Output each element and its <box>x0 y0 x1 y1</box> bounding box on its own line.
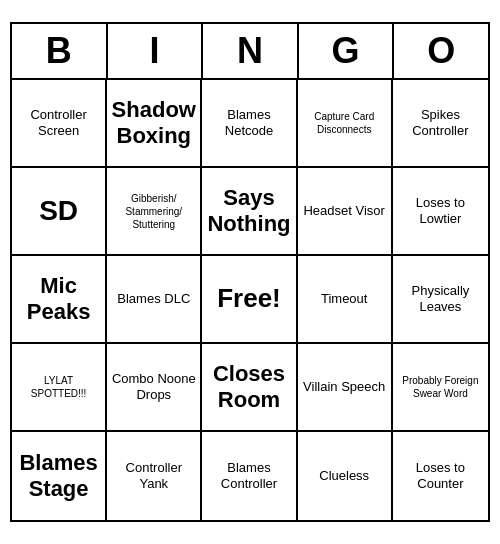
cell-text-6: Gibberish/ Stammering/ Stuttering <box>111 192 196 231</box>
header-letter-b: B <box>12 24 108 78</box>
cell-text-1: Shadow Boxing <box>111 97 196 150</box>
bingo-cell-23: Clueless <box>298 432 393 520</box>
bingo-cell-10: Mic Peaks <box>12 256 107 344</box>
cell-text-22: Blames Controller <box>206 460 291 491</box>
cell-text-2: Blames Netcode <box>206 107 291 138</box>
cell-text-3: Capture Card Disconnects <box>302 110 387 136</box>
bingo-cell-3: Capture Card Disconnects <box>298 80 393 168</box>
cell-text-5: SD <box>39 194 78 228</box>
cell-text-9: Loses to Lowtier <box>397 195 484 226</box>
bingo-cell-8: Headset Visor <box>298 168 393 256</box>
cell-text-7: Says Nothing <box>206 185 291 238</box>
header-letter-n: N <box>203 24 299 78</box>
cell-text-14: Physically Leaves <box>397 283 484 314</box>
bingo-cell-9: Loses to Lowtier <box>393 168 488 256</box>
bingo-card: BINGO Controller ScreenShadow BoxingBlam… <box>10 22 490 522</box>
cell-text-0: Controller Screen <box>16 107 101 138</box>
bingo-cell-16: Combo Noone Drops <box>107 344 202 432</box>
cell-text-4: Spikes Controller <box>397 107 484 138</box>
bingo-cell-11: Blames DLC <box>107 256 202 344</box>
cell-text-15: LYLAT SPOTTED!!! <box>16 374 101 400</box>
cell-text-17: Closes Room <box>206 361 291 414</box>
bingo-cell-1: Shadow Boxing <box>107 80 202 168</box>
header-letter-g: G <box>299 24 395 78</box>
bingo-cell-17: Closes Room <box>202 344 297 432</box>
bingo-cell-22: Blames Controller <box>202 432 297 520</box>
cell-text-11: Blames DLC <box>117 291 190 307</box>
bingo-cell-13: Timeout <box>298 256 393 344</box>
cell-text-20: Blames Stage <box>16 450 101 503</box>
cell-text-24: Loses to Counter <box>397 460 484 491</box>
bingo-cell-6: Gibberish/ Stammering/ Stuttering <box>107 168 202 256</box>
cell-text-8: Headset Visor <box>303 203 384 219</box>
bingo-cell-15: LYLAT SPOTTED!!! <box>12 344 107 432</box>
bingo-cell-20: Blames Stage <box>12 432 107 520</box>
bingo-cell-18: Villain Speech <box>298 344 393 432</box>
header-letter-o: O <box>394 24 488 78</box>
bingo-cell-14: Physically Leaves <box>393 256 488 344</box>
cell-text-19: Probably Foreign Swear Word <box>397 374 484 400</box>
header-letter-i: I <box>108 24 204 78</box>
bingo-cell-7: Says Nothing <box>202 168 297 256</box>
bingo-cell-5: SD <box>12 168 107 256</box>
bingo-cell-0: Controller Screen <box>12 80 107 168</box>
bingo-cell-21: Controller Yank <box>107 432 202 520</box>
cell-text-12: Free! <box>217 283 281 314</box>
bingo-header: BINGO <box>12 24 488 80</box>
cell-text-16: Combo Noone Drops <box>111 371 196 402</box>
bingo-cell-4: Spikes Controller <box>393 80 488 168</box>
cell-text-18: Villain Speech <box>303 379 385 395</box>
cell-text-21: Controller Yank <box>111 460 196 491</box>
cell-text-10: Mic Peaks <box>16 273 101 326</box>
bingo-cell-24: Loses to Counter <box>393 432 488 520</box>
bingo-cell-2: Blames Netcode <box>202 80 297 168</box>
cell-text-23: Clueless <box>319 468 369 484</box>
bingo-cell-12: Free! <box>202 256 297 344</box>
bingo-cell-19: Probably Foreign Swear Word <box>393 344 488 432</box>
bingo-grid: Controller ScreenShadow BoxingBlames Net… <box>12 80 488 520</box>
cell-text-13: Timeout <box>321 291 367 307</box>
